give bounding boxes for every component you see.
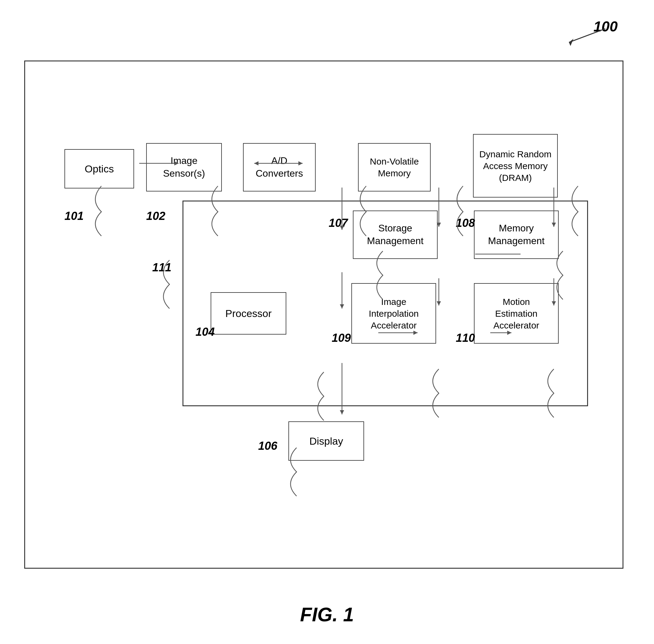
outer-box: Optics 101 Image Sensor(s) 102 A/D Conve… — [24, 61, 624, 569]
ref-106: 106 — [258, 439, 277, 453]
motion-estimation-block: Motion Estimation Accelerator — [474, 283, 559, 344]
diagram-container: 100 — [0, 0, 654, 644]
ref-109: 109 — [332, 331, 351, 345]
memory-management-block: Memory Management — [474, 210, 559, 259]
figure-100-label: 100 — [593, 18, 618, 35]
ref-110: 110 — [456, 331, 475, 345]
ref-101: 101 — [65, 210, 84, 223]
fig-caption: FIG. 1 — [300, 603, 354, 626]
ref-104: 104 — [196, 325, 215, 339]
ref-107: 107 — [329, 216, 348, 230]
image-interpolation-block: Image Interpolation Accelerator — [352, 283, 436, 344]
optics-block: Optics — [65, 149, 134, 188]
processor-block: Processor — [211, 292, 286, 335]
dram-block: Dynamic Random Access Memory (DRAM) — [473, 134, 558, 198]
inner-chip-box: Storage Management 107 Memory Management… — [182, 201, 588, 406]
display-block: Display — [288, 421, 364, 461]
ref-102: 102 — [146, 210, 165, 223]
non-volatile-memory-block: Non-Volatile Memory — [358, 143, 431, 191]
ref-111: 111 — [152, 261, 171, 274]
storage-management-block: Storage Management — [353, 210, 437, 259]
svg-marker-1 — [569, 39, 573, 46]
image-sensor-block: Image Sensor(s) — [146, 143, 222, 191]
ad-converter-block: A/D Converters — [243, 143, 316, 191]
ref-108: 108 — [456, 216, 475, 230]
